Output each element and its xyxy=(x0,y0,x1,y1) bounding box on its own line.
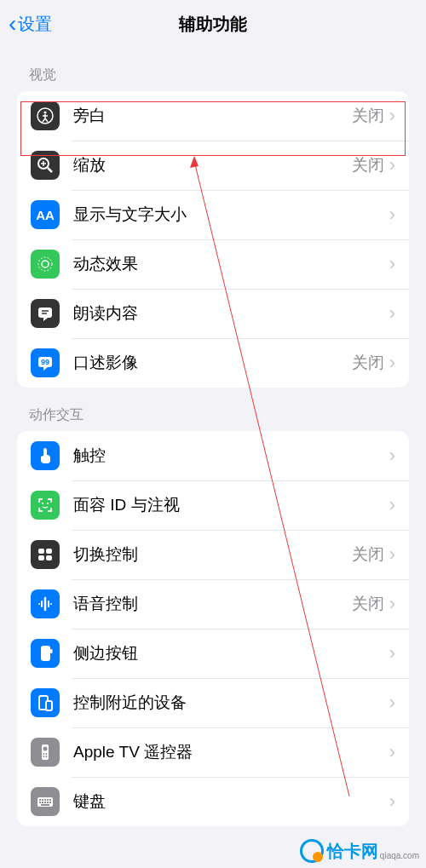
motion-icon xyxy=(31,250,60,279)
chevron-right-icon: › xyxy=(389,253,395,275)
svg-rect-42 xyxy=(44,802,46,803)
display-text-icon: AA xyxy=(31,200,60,229)
svg-point-32 xyxy=(43,756,45,757)
group-interaction: 触控 › 面容 ID 与注视 › 切换控制 关闭 › 语音控制 关闭 › 侧边按… xyxy=(17,431,409,826)
chevron-right-icon: › xyxy=(389,692,395,714)
row-label: 口述影像 xyxy=(73,352,352,374)
voiceover-icon xyxy=(31,101,60,130)
chevron-right-icon: › xyxy=(389,494,395,516)
svg-rect-25 xyxy=(50,649,53,653)
back-label: 设置 xyxy=(18,13,52,36)
row-label: 朗读内容 xyxy=(73,302,389,325)
row-voiceover[interactable]: 旁白 关闭 › xyxy=(17,91,409,141)
group-vision: 旁白 关闭 › 缩放 关闭 › AA 显示与文字大小 › 动态效果 › 朗读内容… xyxy=(17,91,409,388)
svg-rect-39 xyxy=(49,799,51,801)
chevron-right-icon: › xyxy=(389,352,395,374)
back-button[interactable]: ‹ 设置 xyxy=(9,12,52,36)
row-nearby-devices[interactable]: 控制附近的设备 › xyxy=(17,678,409,727)
svg-point-14 xyxy=(47,503,49,504)
row-voice-control[interactable]: 语音控制 关闭 › xyxy=(17,579,409,629)
svg-rect-44 xyxy=(49,802,51,803)
row-audio-descriptions[interactable]: 99 口述影像 关闭 › xyxy=(17,338,409,388)
svg-rect-8 xyxy=(38,308,52,318)
svg-rect-18 xyxy=(46,555,52,560)
watermark: 恰卡网 qiaqa.com xyxy=(300,839,419,863)
row-apple-tv-remote[interactable]: Apple TV 遥控器 › xyxy=(17,727,409,777)
svg-rect-35 xyxy=(39,799,41,801)
chevron-left-icon: ‹ xyxy=(9,12,16,36)
chevron-right-icon: › xyxy=(389,445,395,467)
row-motion[interactable]: 动态效果 › xyxy=(17,239,409,289)
row-label: 键盘 xyxy=(73,790,389,813)
chevron-right-icon: › xyxy=(389,154,395,176)
row-status: 关闭 xyxy=(352,105,384,127)
chevron-right-icon: › xyxy=(389,302,395,325)
chevron-right-icon: › xyxy=(389,741,395,763)
row-label: 切换控制 xyxy=(73,543,352,566)
svg-rect-37 xyxy=(44,799,46,801)
svg-rect-17 xyxy=(38,555,44,560)
svg-point-13 xyxy=(42,503,43,504)
row-label: 缩放 xyxy=(73,154,352,176)
row-keyboard[interactable]: 键盘 › xyxy=(17,777,409,826)
svg-rect-16 xyxy=(46,549,52,554)
row-status: 关闭 xyxy=(352,352,384,374)
chevron-right-icon: › xyxy=(389,204,395,226)
svg-point-30 xyxy=(43,753,45,755)
svg-rect-41 xyxy=(42,802,43,803)
row-zoom[interactable]: 缩放 关闭 › xyxy=(17,141,409,190)
row-status: 关闭 xyxy=(352,543,384,566)
row-label: 旁白 xyxy=(73,105,352,127)
chevron-right-icon: › xyxy=(389,593,395,615)
svg-rect-38 xyxy=(47,799,49,801)
row-label: 语音控制 xyxy=(73,593,352,615)
chevron-right-icon: › xyxy=(389,105,395,127)
svg-point-1 xyxy=(43,111,46,113)
svg-text:99: 99 xyxy=(41,358,49,366)
row-spoken-content[interactable]: 朗读内容 › xyxy=(17,289,409,338)
svg-point-6 xyxy=(38,257,52,271)
row-label: Apple TV 遥控器 xyxy=(73,741,389,763)
row-label: 侧边按钮 xyxy=(73,642,389,664)
svg-point-33 xyxy=(46,756,48,757)
row-label: 触控 xyxy=(73,445,389,467)
apple-tv-remote-icon xyxy=(31,738,60,767)
svg-point-29 xyxy=(43,747,48,751)
svg-rect-36 xyxy=(42,799,43,801)
svg-rect-27 xyxy=(46,701,52,710)
row-label: 控制附近的设备 xyxy=(73,692,389,714)
spoken-content-icon xyxy=(31,299,60,328)
row-faceid[interactable]: 面容 ID 与注视 › xyxy=(17,480,409,530)
section-header-interaction: 动作交互 xyxy=(0,388,426,431)
row-touch[interactable]: 触控 › xyxy=(17,431,409,480)
watermark-name: 恰卡网 xyxy=(327,840,378,863)
watermark-site: qiaqa.com xyxy=(380,851,419,860)
row-label: 显示与文字大小 xyxy=(73,204,389,226)
row-status: 关闭 xyxy=(352,154,384,176)
row-side-button[interactable]: 侧边按钮 › xyxy=(17,629,409,678)
nearby-devices-icon xyxy=(31,688,60,717)
audio-desc-icon: 99 xyxy=(31,348,60,377)
touch-icon xyxy=(31,441,60,470)
switch-control-icon xyxy=(31,540,60,569)
row-label: 动态效果 xyxy=(73,253,389,275)
svg-rect-24 xyxy=(41,646,50,661)
svg-point-31 xyxy=(46,753,48,755)
svg-rect-43 xyxy=(47,802,49,803)
voice-control-icon xyxy=(31,589,60,618)
zoom-icon xyxy=(31,151,60,180)
svg-rect-40 xyxy=(39,802,41,803)
svg-rect-45 xyxy=(41,804,49,806)
chevron-right-icon: › xyxy=(389,543,395,566)
chevron-right-icon: › xyxy=(389,790,395,813)
row-status: 关闭 xyxy=(352,593,384,615)
page-title: 辅助功能 xyxy=(0,13,426,36)
row-switch-control[interactable]: 切换控制 关闭 › xyxy=(17,530,409,579)
keyboard-icon xyxy=(31,787,60,816)
row-label: 面容 ID 与注视 xyxy=(73,494,389,516)
section-header-vision: 视觉 xyxy=(0,48,426,91)
row-display-text[interactable]: AA 显示与文字大小 › xyxy=(17,190,409,239)
watermark-logo-icon xyxy=(300,839,324,863)
side-button-icon xyxy=(31,639,60,668)
svg-line-3 xyxy=(48,168,52,172)
